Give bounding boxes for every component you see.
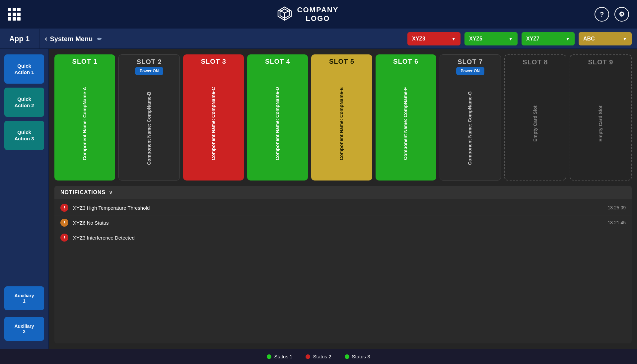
dropdown-xyz7[interactable]: XYZ7 ▼ [522,32,575,45]
notification-message-1: XYZ3 High Temperature Threshold [73,205,603,211]
auxiliary-2-button[interactable]: Auxiliary2 [4,317,44,341]
slot-6-component: Component Name: CompName-F [402,70,409,177]
notification-item-1[interactable]: ! XYZ3 High Temperature Threshold 13:25:… [54,200,632,215]
slot-7-power-button[interactable]: Power ON [456,67,484,75]
dropdown-abc[interactable]: ABC ▼ [579,32,632,45]
slot-1-title: SLOT 1 [72,58,98,65]
back-arrow-icon: ‹ [45,35,47,43]
slots-container: SLOT 1 Component Name: CompName-A SLOT 2… [54,54,632,181]
quick-action-1-button[interactable]: QuickAction 1 [4,54,44,84]
chevron-down-icon: ▼ [622,36,627,41]
slot-3-component: Component Name: CompName-C [210,70,217,177]
slot-9-empty-label: Empty Card Slot [598,71,603,177]
notification-time-1: 13:25:09 [608,205,626,210]
slot-5-title: SLOT 5 [329,58,354,65]
slot-6-title: SLOT 6 [393,58,418,65]
chevron-down-icon: ▼ [565,36,570,41]
help-button[interactable]: ? [595,7,609,22]
slot-5-card[interactable]: SLOT 5 Component Name: CompName-E [311,54,372,181]
notifications-header: NOTIFICATIONS ∨ [54,186,632,199]
nav-bar: App 1 ‹ System Menu ✏ XYZ3 ▼ XYZ5 ▼ XYZ7… [0,29,637,49]
status-3-dot [345,354,349,359]
slot-6-card[interactable]: SLOT 6 Component Name: CompName-F [376,54,436,181]
slot-1-card[interactable]: SLOT 1 Component Name: CompName-A [54,54,115,181]
slot-4-title: SLOT 4 [265,58,290,65]
status-1-label: Status 1 [274,354,292,359]
notification-item-2[interactable]: ! XYZ6 No Status 13:21:45 [54,215,632,230]
slot-9-title: SLOT 9 [588,58,613,66]
app-title: App 1 [0,29,39,48]
system-menu-label: System Menu [50,35,93,43]
slot-7-card[interactable]: SLOT 7 Power ON Component Name: CompName… [440,54,501,181]
slot-2-title: SLOT 2 [137,58,162,66]
chevron-down-icon: ▼ [451,36,456,41]
slot-7-title: SLOT 7 [458,58,483,66]
slot-3-title: SLOT 3 [201,58,226,65]
logo-icon [277,6,293,23]
status-2-dot [306,354,310,359]
content-area: SLOT 1 Component Name: CompName-A SLOT 2… [49,49,637,349]
logo-area: COMPANY LOGO [277,6,339,23]
dropdown-xyz5[interactable]: XYZ5 ▼ [464,32,518,45]
edit-icon[interactable]: ✏ [97,36,102,42]
sidebar: QuickAction 1 QuickAction 2 QuickAction … [0,49,49,349]
notification-message-2: XYZ6 No Status [73,220,603,226]
slot-2-card[interactable]: SLOT 2 Power ON Component Name: CompName… [118,54,180,181]
header-right: ? ⚙ [595,7,629,22]
notification-time-2: 13:21:45 [608,220,626,225]
slot-8-empty-label: Empty Card Slot [532,71,538,177]
nav-back-button[interactable]: ‹ System Menu ✏ [39,35,107,43]
slot-5-component: Component Name: CompName-E [338,70,345,177]
footer: Status 1 Status 2 Status 3 [0,349,637,364]
auxiliary-1-button[interactable]: Auxiliary1 [4,286,44,310]
chevron-down-icon: ▼ [508,36,513,41]
settings-button[interactable]: ⚙ [614,7,629,22]
quick-action-3-button[interactable]: QuickAction 3 [4,121,44,150]
slot-2-component: Component Name: CompName-B [146,80,153,177]
dropdown-xyz3[interactable]: XYZ3 ▼ [407,32,460,45]
notifications-section: NOTIFICATIONS ∨ ! XYZ3 High Temperature … [54,186,632,343]
status-2-item: Status 2 [306,354,331,359]
quick-action-2-button[interactable]: QuickAction 2 [4,88,44,117]
slot-8-card[interactable]: SLOT 8 Empty Card Slot [504,54,566,181]
top-header: COMPANY LOGO ? ⚙ [0,0,637,29]
notifications-list: ! XYZ3 High Temperature Threshold 13:25:… [54,199,632,247]
status-3-label: Status 3 [352,354,370,359]
slot-3-card[interactable]: SLOT 3 Component Name: CompName-C [183,54,244,181]
slot-8-title: SLOT 8 [523,58,548,66]
logo-text: COMPANY LOGO [297,6,339,23]
main-layout: QuickAction 1 QuickAction 2 QuickAction … [0,49,637,349]
slot-2-power-button[interactable]: Power ON [135,67,163,75]
notification-error-icon-3: ! [60,234,68,242]
status-1-dot [267,354,271,359]
status-2-label: Status 2 [313,354,331,359]
status-1-item: Status 1 [267,354,292,359]
notification-item-3[interactable]: ! XYZ3 Interference Detected [54,230,632,245]
notification-error-icon-1: ! [60,204,68,212]
slot-1-component: Component Name: CompName-A [82,70,88,177]
slot-4-card[interactable]: SLOT 4 Component Name: CompName-D [247,54,308,181]
nav-dropdowns: XYZ3 ▼ XYZ5 ▼ XYZ7 ▼ ABC ▼ [407,32,637,45]
notifications-chevron-icon[interactable]: ∨ [109,189,113,195]
notification-message-3: XYZ3 Interference Detected [73,235,621,241]
grid-menu-icon[interactable] [8,8,21,21]
slot-4-component: Component Name: CompName-D [274,70,281,177]
notifications-title: NOTIFICATIONS [60,189,106,195]
notification-warning-icon-2: ! [60,219,68,227]
slot-7-component: Component Name: CompName-G [467,80,473,177]
status-3-item: Status 3 [345,354,370,359]
slot-9-card[interactable]: SLOT 9 Empty Card Slot [570,54,632,181]
